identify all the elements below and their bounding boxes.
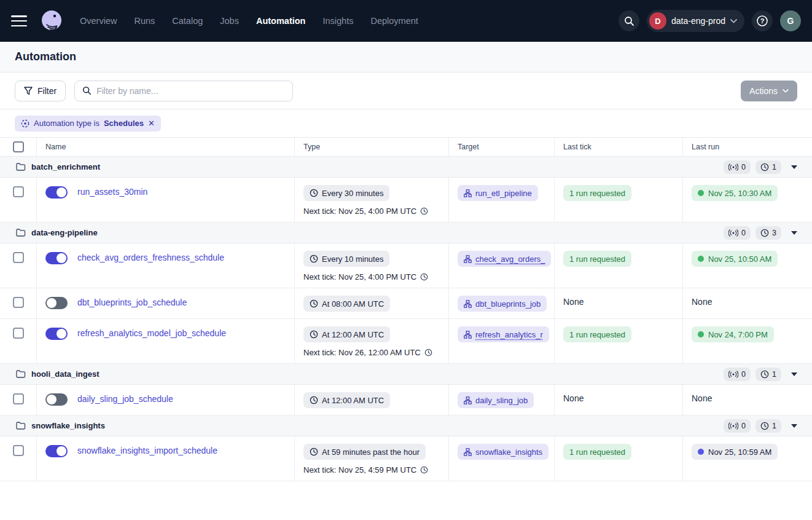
job-graph-icon xyxy=(464,189,472,197)
row-checkbox[interactable] xyxy=(13,252,24,263)
nav-item-runs[interactable]: Runs xyxy=(134,16,155,26)
schedule-name-link[interactable]: run_assets_30min xyxy=(77,187,147,197)
schedule-count-badge[interactable]: 1 xyxy=(755,160,781,174)
table-row: snowflake_insights_import_schedule At 59… xyxy=(0,436,812,481)
schedule-name-link[interactable]: check_avg_orders_freshness_schdule xyxy=(77,253,224,262)
chevron-down-icon[interactable] xyxy=(791,372,797,376)
schedule-toggle[interactable] xyxy=(45,186,68,199)
schedule-name-link[interactable]: snowflake_insights_import_schedule xyxy=(77,446,217,455)
last-run-chip[interactable]: Nov 25, 10:59 AM xyxy=(692,444,778,460)
chevron-down-icon[interactable] xyxy=(791,231,797,235)
timezone-clock-icon[interactable] xyxy=(420,207,428,215)
automation-type-filter-chip[interactable]: Automation type is Schedules ✕ xyxy=(15,116,161,132)
schedule-toggle[interactable] xyxy=(45,297,68,309)
timezone-clock-icon[interactable] xyxy=(420,273,428,281)
job-graph-icon xyxy=(464,331,472,339)
sensor-count-badge[interactable]: 0 xyxy=(724,160,751,174)
schedule-name-link[interactable]: daily_sling_job_schedule xyxy=(77,394,173,404)
target-job-chip[interactable]: dbt_blueprints_job xyxy=(458,296,547,312)
group-row[interactable]: batch_enrichment 0 1 xyxy=(0,157,812,178)
sensor-icon xyxy=(728,163,738,171)
deployment-name: data-eng-prod xyxy=(671,16,725,26)
sensor-icon xyxy=(728,229,738,237)
toolbar: Filter Actions xyxy=(0,73,812,109)
deployment-switcher[interactable]: D data-eng-prod xyxy=(647,10,744,32)
column-header-last-run: Last run xyxy=(683,138,812,156)
target-job-chip[interactable]: snowflake_insights xyxy=(458,444,548,460)
cron-chip: At 08:00 AM UTC xyxy=(303,296,390,312)
job-graph-icon xyxy=(464,448,472,456)
active-filters-row: Automation type is Schedules ✕ xyxy=(0,109,812,137)
sensor-icon xyxy=(728,422,738,430)
last-run-chip[interactable]: Nov 25, 10:30 AM xyxy=(692,185,778,201)
filter-button[interactable]: Filter xyxy=(15,81,66,101)
row-checkbox[interactable] xyxy=(13,445,24,456)
nav-item-jobs[interactable]: Jobs xyxy=(220,16,239,26)
nav-item-insights[interactable]: Insights xyxy=(322,16,353,26)
sensor-icon xyxy=(728,371,738,378)
target-job-chip[interactable]: check_avg_orders_ xyxy=(458,251,551,267)
column-header-last-tick: Last tick xyxy=(555,138,683,156)
sensor-count-badge[interactable]: 0 xyxy=(724,226,751,240)
dagster-logo-icon[interactable] xyxy=(39,9,64,33)
avatar[interactable]: G xyxy=(780,10,801,31)
schedule-toggle[interactable] xyxy=(45,445,68,457)
search-icon xyxy=(624,16,634,26)
target-job-chip[interactable]: daily_sling_job xyxy=(458,392,534,408)
name-filter-field[interactable] xyxy=(74,81,293,101)
select-all-checkbox[interactable] xyxy=(13,141,24,152)
row-checkbox[interactable] xyxy=(13,393,24,404)
nav-item-automation[interactable]: Automation xyxy=(256,16,306,26)
last-run-chip[interactable]: Nov 24, 7:00 PM xyxy=(692,326,774,342)
search-button[interactable] xyxy=(619,10,639,31)
chevron-down-icon[interactable] xyxy=(791,424,797,428)
sensor-count-badge[interactable]: 0 xyxy=(724,368,751,381)
run-status-dot xyxy=(698,190,704,196)
table-row: dbt_blueprints_job_schedule At 08:00 AM … xyxy=(0,288,812,319)
last-tick-status[interactable]: 1 run requested xyxy=(563,251,631,267)
nav-item-deployment[interactable]: Deployment xyxy=(370,16,418,26)
group-row[interactable]: hooli_data_ingest 0 1 xyxy=(0,364,812,385)
cron-chip: At 12:00 AM UTC xyxy=(303,392,390,408)
actions-button[interactable]: Actions xyxy=(741,81,797,101)
last-tick-status[interactable]: 1 run requested xyxy=(563,185,631,201)
schedule-toggle[interactable] xyxy=(45,252,68,264)
group-row[interactable]: snowflake_insights 0 1 xyxy=(0,416,812,436)
search-input[interactable] xyxy=(96,86,285,96)
menu-icon[interactable] xyxy=(11,15,27,26)
schedule-count-badge[interactable]: 1 xyxy=(755,419,781,433)
group-row[interactable]: data-eng-pipeline 0 3 xyxy=(0,223,812,243)
clock-icon xyxy=(760,422,769,430)
schedule-toggle[interactable] xyxy=(45,328,68,340)
close-icon[interactable]: ✕ xyxy=(148,119,155,128)
timezone-clock-icon[interactable] xyxy=(420,466,428,474)
clock-icon xyxy=(310,299,318,308)
page-header: Automation xyxy=(0,42,812,73)
schedule-toggle[interactable] xyxy=(45,393,68,406)
schedule-count-badge[interactable]: 1 xyxy=(755,368,781,381)
clock-icon xyxy=(760,229,769,237)
folder-icon xyxy=(16,163,26,171)
chevron-down-icon[interactable] xyxy=(791,165,797,169)
help-button[interactable]: ? xyxy=(752,10,773,31)
schedule-name-link[interactable]: refresh_analytics_model_job_schedule xyxy=(77,328,226,338)
last-tick-status[interactable]: 1 run requested xyxy=(563,444,631,460)
cron-chip: At 12:00 AM UTC xyxy=(303,326,390,342)
row-checkbox[interactable] xyxy=(13,297,24,308)
folder-icon xyxy=(16,229,26,237)
last-tick-status[interactable]: 1 run requested xyxy=(563,326,631,342)
target-job-chip[interactable]: run_etl_pipeline xyxy=(458,185,538,201)
column-header-type: Type xyxy=(295,138,449,156)
sensor-count-badge[interactable]: 0 xyxy=(724,419,751,433)
row-checkbox[interactable] xyxy=(13,328,24,339)
nav-item-catalog[interactable]: Catalog xyxy=(172,16,203,26)
job-graph-icon xyxy=(464,396,472,404)
schedule-name-link[interactable]: dbt_blueprints_job_schedule xyxy=(77,297,187,307)
nav-item-overview[interactable]: Overview xyxy=(80,16,117,26)
run-status-dot xyxy=(698,449,704,455)
timezone-clock-icon[interactable] xyxy=(424,349,432,357)
last-run-chip[interactable]: Nov 25, 10:50 AM xyxy=(692,251,778,267)
target-job-chip[interactable]: refresh_analytics_r xyxy=(458,326,549,342)
schedule-count-badge[interactable]: 3 xyxy=(755,226,781,240)
row-checkbox[interactable] xyxy=(13,186,24,197)
